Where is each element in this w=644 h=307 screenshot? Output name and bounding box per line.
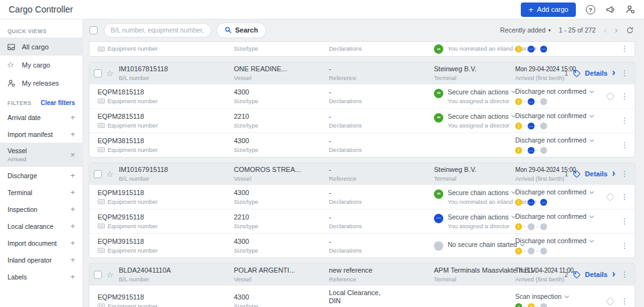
equipment-cell: EQPM1915118Equipment number (98, 189, 234, 206)
status-dropdown[interactable]: Discharge not confirmed (515, 112, 620, 120)
filter-text: VesselArrived (8, 147, 27, 163)
cargo-list: Equipment numberSize/typeDeclarations∞Yo… (83, 41, 644, 307)
filter-text: Local clearance (8, 223, 54, 230)
add-filter-icon[interactable]: + (70, 188, 75, 196)
row-menu-button[interactable]: ⋮ (620, 169, 630, 178)
search-button[interactable]: Search (216, 23, 266, 38)
filter-text: Labels (8, 273, 27, 281)
filter-label: Arrival date (8, 114, 41, 121)
cell-label: Declarations (329, 98, 434, 105)
details-link[interactable]: Details (585, 271, 608, 278)
row-menu-button[interactable]: ⋮ (620, 297, 630, 306)
row-checkbox[interactable] (94, 69, 102, 78)
secure-chain-dropdown[interactable]: Secure chain actions (448, 113, 515, 121)
filter-labels[interactable]: Labels+ (0, 268, 83, 285)
group-header-row[interactable]: ☆IM10167915118B/L numberCOMOROS STREA...… (89, 163, 635, 184)
filter-text: Arrival date (8, 114, 41, 121)
row-menu-button[interactable]: ⋮ (620, 116, 630, 125)
search-input[interactable] (104, 23, 211, 38)
account-icon[interactable] (625, 4, 635, 14)
filter-local-clearance[interactable]: Local clearance+ (0, 218, 83, 234)
row-menu-button[interactable]: ⋮ (620, 193, 630, 201)
row-checkbox[interactable] (94, 271, 102, 279)
gray-status-badge (540, 123, 547, 129)
star-icon[interactable]: ☆ (106, 69, 114, 78)
row-actions: ⋮ (620, 141, 630, 149)
status-dropdown[interactable]: Discharge not confirmed (515, 136, 620, 144)
group-header-row[interactable]: ☆BLDA24041110AB/L numberPOLAR ARGENTI...… (89, 264, 635, 285)
open-group-chevron[interactable]: › (612, 68, 615, 78)
cell-value: EQPM1815118 (98, 88, 234, 96)
refresh-icon[interactable] (626, 26, 634, 34)
filter-list: Arrival date+Import manifest+VesselArriv… (0, 109, 83, 285)
filter-inland-operator[interactable]: Inland operator+ (0, 251, 83, 268)
status-dropdown[interactable]: Discharge not confirmed (515, 213, 620, 221)
add-filter-icon[interactable]: + (70, 273, 75, 281)
inbox-icon (7, 43, 16, 51)
add-filter-icon[interactable]: + (70, 239, 75, 247)
filter-label: Labels (8, 273, 27, 281)
secure-chain-status-icon: ··· (434, 214, 443, 223)
star-icon[interactable]: ☆ (106, 170, 114, 178)
status-dropdown[interactable]: Discharge not confirmed (515, 188, 605, 196)
row-menu-button[interactable]: ⋮ (620, 217, 630, 226)
add-filter-icon[interactable]: + (70, 222, 75, 230)
remove-filter-icon[interactable]: × (70, 151, 75, 159)
cell-value: 4300 (234, 88, 329, 96)
cargo-group-card: ☆IM10167915118B/L numberCOMOROS STREA...… (89, 163, 635, 258)
open-group-chevron[interactable]: › (612, 168, 615, 178)
status-dropdown[interactable]: Discharge not confirmed (515, 88, 605, 96)
filter-discharge[interactable]: Discharge+ (0, 167, 83, 184)
cell-label: Reference (329, 276, 434, 283)
secure-chain-sublabel: You assigned a director (448, 223, 515, 230)
row-menu-button[interactable]: ⋮ (620, 92, 630, 101)
prev-page-button[interactable]: ‹ (604, 26, 607, 34)
filter-terminal[interactable]: Terminal+ (0, 184, 83, 201)
blue-status-badge: ··· (528, 147, 535, 154)
customs-icon (606, 193, 615, 201)
equipment-row: EQPM2815118Equipment number2210Size/type… (89, 108, 635, 133)
select-all-checkbox[interactable] (89, 26, 98, 34)
sidebar-item-all-cargo[interactable]: All cargo (0, 38, 83, 56)
clear-filters-link[interactable]: Clear filters (41, 99, 75, 106)
chevron-down-icon (590, 238, 594, 242)
announcements-icon[interactable] (605, 4, 615, 14)
filter-inspection[interactable]: Inspection+ (0, 201, 83, 218)
help-icon[interactable]: ? (586, 5, 595, 14)
sort-dropdown[interactable]: Recently added ▾ (500, 26, 551, 34)
filter-vessel[interactable]: VesselArrived× (0, 143, 83, 167)
status-dropdown[interactable]: Discharge not confirmed (515, 237, 620, 245)
open-group-chevron[interactable]: › (612, 269, 615, 279)
sidebar-item-my-releases[interactable]: My releases (0, 74, 83, 92)
row-menu-button[interactable]: ⋮ (620, 69, 630, 78)
status-badges: !··· (515, 147, 620, 154)
add-filter-icon[interactable]: + (70, 113, 75, 121)
row-checkbox[interactable] (94, 170, 102, 178)
status-dropdown[interactable]: Scan inspection (515, 293, 605, 301)
group-header-row[interactable]: ☆IM10167815118B/L numberONE READINE...Ve… (89, 63, 635, 84)
secure-chain-dropdown[interactable]: Secure chain actions (448, 213, 515, 221)
row-menu-button[interactable]: ⋮ (620, 270, 630, 279)
add-filter-icon[interactable]: + (70, 256, 75, 264)
customs-icon (606, 297, 615, 306)
details-link[interactable]: Details (585, 69, 608, 77)
next-page-button[interactable]: › (615, 26, 618, 34)
add-cargo-button[interactable]: + Add cargo (521, 3, 576, 17)
details-link[interactable]: Details (585, 170, 608, 178)
row-menu-button[interactable]: ⋮ (620, 241, 630, 250)
row-menu-button[interactable]: ⋮ (620, 44, 630, 53)
secure-chain-dropdown[interactable]: No secure chain started (448, 241, 524, 249)
filter-import-document[interactable]: Import document+ (0, 234, 83, 251)
sidebar-item-my-cargo[interactable]: ☆ My cargo (0, 56, 83, 74)
row-menu-button[interactable]: ⋮ (620, 141, 630, 149)
add-filter-icon[interactable]: + (70, 205, 75, 213)
cell-label: Size/type (234, 146, 329, 154)
add-filter-icon[interactable]: + (70, 171, 75, 179)
filter-import-manifest[interactable]: Import manifest+ (0, 126, 83, 143)
secure-chain-dropdown[interactable]: Secure chain actions (448, 88, 515, 96)
filter-arrival-date[interactable]: Arrival date+ (0, 109, 83, 126)
star-icon[interactable]: ☆ (106, 271, 114, 279)
add-filter-icon[interactable]: + (70, 130, 75, 138)
row-actions: ⋮ (605, 193, 630, 201)
blue-status-badge: ··· (528, 98, 535, 105)
